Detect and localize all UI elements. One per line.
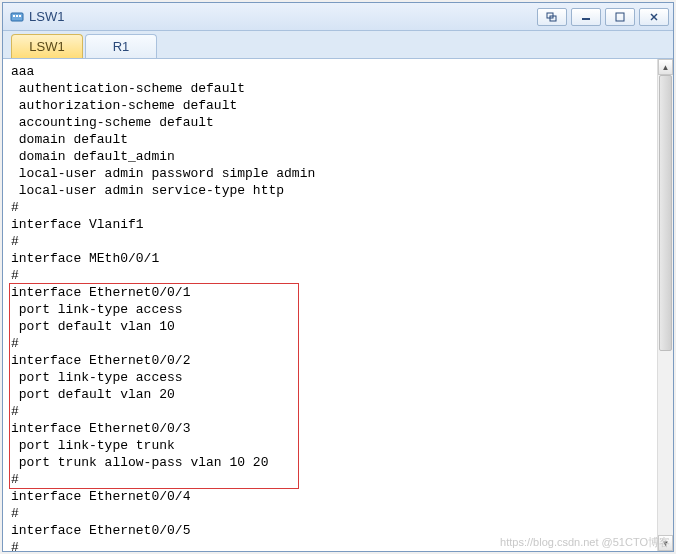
minimize-button[interactable] [571, 8, 601, 26]
content-wrap: aaa authentication-scheme default author… [3, 59, 673, 551]
svg-rect-3 [19, 15, 21, 17]
tab-r1[interactable]: R1 [85, 34, 157, 58]
svg-rect-1 [13, 15, 15, 17]
terminal-output[interactable]: aaa authentication-scheme default author… [3, 59, 657, 551]
svg-rect-7 [616, 13, 624, 21]
close-button[interactable] [639, 8, 669, 26]
tab-lsw1[interactable]: LSW1 [11, 34, 83, 58]
detach-button[interactable] [537, 8, 567, 26]
tab-label: R1 [113, 39, 130, 54]
scroll-down-button[interactable]: ▼ [658, 535, 673, 551]
tabbar: LSW1 R1 [3, 31, 673, 59]
maximize-button[interactable] [605, 8, 635, 26]
scroll-thumb[interactable] [659, 75, 672, 351]
svg-rect-2 [16, 15, 18, 17]
scroll-track[interactable] [658, 75, 673, 535]
window-title: LSW1 [29, 9, 64, 24]
titlebar: LSW1 [3, 3, 673, 31]
scroll-up-button[interactable]: ▲ [658, 59, 673, 75]
highlight-box [9, 283, 299, 489]
window-frame: LSW1 LSW1 R1 aaa authentication-scheme d… [2, 2, 674, 552]
vertical-scrollbar: ▲ ▼ [657, 59, 673, 551]
tab-label: LSW1 [29, 39, 64, 54]
window-controls [537, 8, 669, 26]
app-icon [9, 9, 25, 25]
